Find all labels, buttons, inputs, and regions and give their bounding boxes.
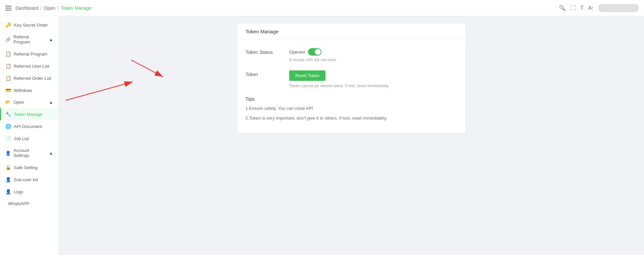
breadcrumb-sep-1: /	[41, 5, 42, 11]
sidebar-label-referral-program: Referral Program	[14, 52, 47, 57]
account-icon: 👤	[5, 151, 11, 156]
tip-item-2: 2.Token is very important, don't give it…	[245, 115, 457, 122]
sidebar-sub-referral: 📋 Referral Program 📋 Referred User List …	[0, 48, 59, 84]
token-toggle[interactable]	[308, 48, 321, 56]
breadcrumb: Dashboard / Open / Token Manage	[15, 5, 91, 11]
sidebar-item-referred-user-list[interactable]: 📋 Referred User List	[0, 60, 59, 72]
list-icon-2: 📋	[5, 63, 11, 69]
key-icon: 🔑	[5, 22, 11, 28]
breadcrumb-sep-2: /	[58, 5, 59, 11]
sidebar-item-api-document[interactable]: 🌐 API Document	[0, 120, 59, 132]
sidebar-label-safe-setting: Safe Setting	[14, 165, 38, 170]
job-icon: 📄	[5, 136, 11, 141]
sidebar-item-withdraw[interactable]: 💳 Withdraw	[0, 84, 59, 96]
token-status-row: Token Status Opened If closed, API will …	[245, 48, 457, 62]
tips-section: Tips: 1.Ensure safety, You can close API…	[245, 96, 457, 122]
safe-icon: 🔒	[5, 165, 11, 170]
sidebar-sub-account: 🔒 Safe Setting 👤 Sub-user list 👤 Logs Wh…	[0, 161, 59, 210]
header-left: Dashboard / Open / Token Manage	[5, 5, 91, 11]
sidebar-label-key-secret-order: Key-Secret Order	[14, 23, 48, 28]
logs-icon: 👤	[5, 189, 11, 194]
sidebar-label-whatsapp: WhatsAPP	[8, 201, 29, 206]
main-wrapper: Token Manage Token Status Opened If clos…	[59, 16, 644, 255]
menu-icon[interactable]	[5, 6, 11, 10]
user-display	[598, 4, 639, 12]
sidebar-label-withdraw: Withdraw	[14, 88, 32, 93]
font-icon[interactable]: T	[580, 5, 584, 11]
sidebar-item-sub-user-list[interactable]: 👤 Sub-user list	[0, 173, 59, 186]
card-title: Token Manage	[237, 23, 465, 40]
sidebar-label-referral-group: Referral Program	[13, 34, 46, 44]
breadcrumb-open[interactable]: Open	[44, 5, 55, 11]
sub-user-icon: 👤	[5, 177, 11, 182]
breadcrumb-token-manage: Token Manage	[61, 5, 92, 11]
fullscreen-icon[interactable]: ⛶	[570, 5, 576, 11]
sidebar-item-logs[interactable]: 👤 Logs	[0, 186, 59, 198]
token-manage-card: Token Manage Token Status Opened If clos…	[237, 23, 466, 133]
chevron-up-icon-2: ▲	[49, 100, 53, 105]
token-row: Token Reset Token Token cannot be viewed…	[245, 70, 457, 88]
token-content: Reset Token Token cannot be viewed twice…	[289, 70, 457, 88]
reset-token-button[interactable]: Reset Token	[289, 70, 326, 81]
sidebar-label-open-group: Open	[13, 100, 24, 105]
sidebar-label-sub-user: Sub-user list	[14, 177, 38, 182]
referral-icon: 🔗	[5, 37, 11, 42]
sidebar-item-referral-program[interactable]: 📋 Referral Program	[0, 48, 59, 60]
token-status-label: Token Status	[245, 48, 289, 55]
sidebar-item-whatsapp[interactable]: WhatsAPP	[0, 198, 59, 210]
toggle-wrap: Opened	[289, 48, 457, 56]
sidebar-group-referral[interactable]: 🔗 Referral Program ▲	[0, 31, 59, 48]
sidebar-item-job-list[interactable]: 📄 Job List	[0, 132, 59, 145]
sidebar-label-logs: Logs	[14, 189, 23, 194]
sidebar-label-token-manage: Token Manage	[14, 112, 42, 117]
sidebar-item-token-manage[interactable]: 🔧 Token Manage	[0, 108, 59, 120]
layout: 🔑 Key-Secret Order 🔗 Referral Program ▲ …	[0, 16, 644, 255]
sidebar-item-key-secret-order[interactable]: 🔑 Key-Secret Order	[0, 19, 59, 31]
list-icon-3: 📋	[5, 75, 11, 81]
sidebar-item-safe-setting[interactable]: 🔒 Safe Setting	[0, 161, 59, 173]
sidebar: 🔑 Key-Secret Order 🔗 Referral Program ▲ …	[0, 16, 59, 255]
list-icon-1: 📋	[5, 51, 11, 57]
card-body: Token Status Opened If closed, API will …	[237, 40, 465, 133]
open-icon: 📂	[5, 100, 11, 105]
tips-title: Tips:	[245, 96, 457, 102]
accessibility-icon[interactable]: Aː	[588, 5, 594, 11]
sidebar-label-account-settings: Account Settings	[13, 148, 46, 158]
sidebar-label-referred-user: Referred User List	[14, 64, 49, 69]
chevron-up-icon-3: ▲	[49, 151, 53, 156]
sidebar-label-api-document: API Document	[14, 124, 42, 129]
tip-item-1: 1.Ensure safety, You can close API	[245, 105, 457, 112]
withdraw-icon: 💳	[5, 88, 11, 93]
token-label: Token	[245, 70, 289, 77]
chevron-up-icon: ▲	[49, 37, 53, 42]
sidebar-label-job-list: Job List	[14, 136, 29, 141]
sidebar-group-account-settings[interactable]: 👤 Account Settings ▲	[0, 145, 59, 161]
sidebar-label-referred-order: Referred Order List	[14, 76, 51, 81]
token-hint: Token cannot be viewed twice. If lost, r…	[289, 84, 457, 88]
token-icon: 🔧	[5, 111, 11, 117]
toggle-hint: If closed, API will not work.	[289, 58, 457, 62]
toggle-status-text: Opened	[289, 50, 305, 55]
header: Dashboard / Open / Token Manage 🔍 ⛶ T Aː	[0, 0, 644, 16]
sidebar-group-open[interactable]: 📂 Open ▲	[0, 96, 59, 108]
sidebar-sub-open: 🔧 Token Manage 🌐 API Document	[0, 108, 59, 132]
header-right: 🔍 ⛶ T Aː	[559, 4, 639, 12]
sidebar-item-referred-order-list[interactable]: 📋 Referred Order List	[0, 72, 59, 84]
main-content: Token Manage Token Status Opened If clos…	[59, 16, 644, 140]
api-icon: 🌐	[5, 124, 11, 129]
search-icon[interactable]: 🔍	[559, 5, 566, 11]
breadcrumb-dashboard[interactable]: Dashboard	[15, 5, 39, 11]
token-status-content: Opened If closed, API will not work.	[289, 48, 457, 62]
